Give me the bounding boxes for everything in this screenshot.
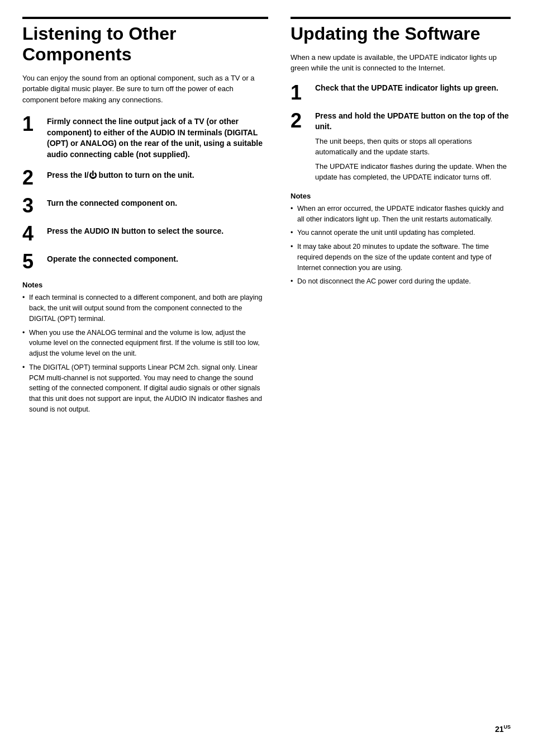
step-text-4: Press the AUDIO IN button to select the … [47,224,223,237]
left-note-2: When you use the ANALOG terminal and the… [22,328,268,359]
right-title: Updating the Software [291,23,511,44]
right-note-4: Do not disconnect the AC power cord duri… [291,276,511,287]
step-number-2: 2 [22,168,42,188]
right-intro: When a new update is available, the UPDA… [291,52,511,74]
left-divider [22,17,268,19]
right-step-2-content: Press and hold the UPDATE button on the … [315,111,511,183]
step-number-1: 1 [22,114,42,134]
left-notes-list: If each terminal is connected to a diffe… [22,292,268,414]
right-step-text-2: Press and hold the UPDATE button on the … [315,109,509,131]
page-number: 21US [495,724,511,734]
step-number-4: 4 [22,224,42,244]
step-text-1: Firmly connect the line output jack of a… [47,114,268,160]
right-notes-title: Notes [291,192,511,200]
step-number-3: 3 [22,196,42,216]
step-text-5: Operate the connected component. [47,252,178,265]
page-suffix: US [503,724,511,730]
right-step-number-2: 2 [291,111,311,131]
right-divider [291,17,511,19]
page: Listening to Other Components You can en… [0,0,533,756]
right-step-2-desc2: The UPDATE indicator flashes during the … [315,161,511,183]
left-note-1: If each terminal is connected to a diffe… [22,292,268,324]
left-step-3: 3 Turn the connected component on. [22,196,268,216]
right-column: Updating the Software When a new update … [291,17,511,713]
left-steps-list: 1 Firmly connect the line output jack of… [22,114,268,272]
left-note-3: The DIGITAL (OPT) terminal supports Line… [22,362,268,415]
page-footer: 21US [22,713,511,734]
right-step-1: 1 Check that the UPDATE indicator lights… [291,83,511,103]
right-note-2: You cannot operate the unit until updati… [291,228,511,238]
right-notes: Notes When an error occurred, the UPDATE… [291,192,511,287]
columns: Listening to Other Components You can en… [22,17,511,713]
step-number-5: 5 [22,252,42,272]
left-title: Listening to Other Components [22,23,268,65]
left-step-2: 2 Press the I/⏻ button to turn on the un… [22,168,268,188]
right-step-2: 2 Press and hold the UPDATE button on th… [291,111,511,183]
right-note-3: It may take about 20 minutes to update t… [291,242,511,273]
right-steps-list: 1 Check that the UPDATE indicator lights… [291,83,511,183]
left-notes-title: Notes [22,281,268,289]
step-text-3: Turn the connected component on. [47,196,177,209]
right-step-2-desc: The unit beeps, then quits or stops all … [315,136,511,158]
right-step-1-content: Check that the UPDATE indicator lights u… [315,83,498,94]
left-step-1: 1 Firmly connect the line output jack of… [22,114,268,160]
left-column: Listening to Other Components You can en… [22,17,268,713]
step-text-2: Press the I/⏻ button to turn on the unit… [47,168,194,181]
left-step-4: 4 Press the AUDIO IN button to select th… [22,224,268,244]
right-note-1: When an error occurred, the UPDATE indic… [291,204,511,225]
left-notes: Notes If each terminal is connected to a… [22,281,268,414]
right-step-text-1: Check that the UPDATE indicator lights u… [315,81,498,92]
page-number-value: 21 [495,725,504,734]
right-notes-list: When an error occurred, the UPDATE indic… [291,204,511,287]
left-intro: You can enjoy the sound from an optional… [22,73,268,106]
right-step-number-1: 1 [291,83,311,103]
left-step-5: 5 Operate the connected component. [22,252,268,272]
